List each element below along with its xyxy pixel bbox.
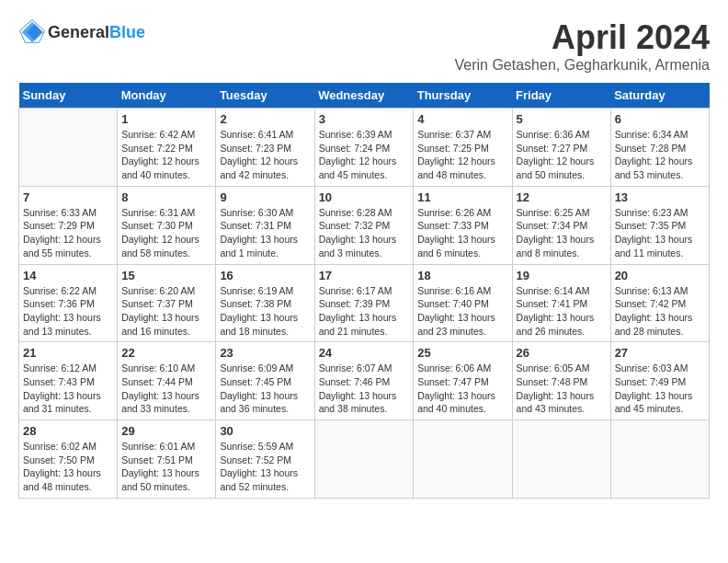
day-info: Sunrise: 6:22 AMSunset: 7:36 PMDaylight:… xyxy=(23,284,113,339)
calendar-day-cell: 29 Sunrise: 6:01 AMSunset: 7:51 PMDaylig… xyxy=(118,420,216,499)
day-info: Sunrise: 6:12 AMSunset: 7:43 PMDaylight:… xyxy=(23,362,113,416)
logo-blue: Blue xyxy=(109,23,145,41)
calendar-day-cell: 23 Sunrise: 6:09 AMSunset: 7:45 PMDaylig… xyxy=(216,342,314,420)
day-info: Sunrise: 6:20 AMSunset: 7:37 PMDaylight:… xyxy=(121,284,211,339)
calendar-day-cell: 1 Sunrise: 6:42 AMSunset: 7:22 PMDayligh… xyxy=(118,109,216,187)
calendar-day-cell: 8 Sunrise: 6:31 AMSunset: 7:30 PMDayligh… xyxy=(118,186,216,264)
day-info: Sunrise: 6:41 AMSunset: 7:23 PMDaylight:… xyxy=(220,128,310,182)
weekday-header: Thursday xyxy=(414,83,512,109)
calendar-day-cell: 2 Sunrise: 6:41 AMSunset: 7:23 PMDayligh… xyxy=(216,109,314,187)
day-number: 7 xyxy=(23,190,113,204)
day-number: 12 xyxy=(517,190,607,204)
day-number: 29 xyxy=(121,424,211,438)
calendar-day-cell: 14 Sunrise: 6:22 AMSunset: 7:36 PMDaylig… xyxy=(19,264,118,342)
calendar-day-cell: 26 Sunrise: 6:05 AMSunset: 7:48 PMDaylig… xyxy=(512,342,610,420)
day-number: 17 xyxy=(319,269,410,282)
calendar-day-cell: 6 Sunrise: 6:34 AMSunset: 7:28 PMDayligh… xyxy=(610,109,709,187)
calendar-day-cell xyxy=(512,420,610,499)
calendar-day-cell xyxy=(610,420,709,499)
day-info: Sunrise: 6:39 AMSunset: 7:24 PMDaylight:… xyxy=(319,128,410,182)
day-info: Sunrise: 6:07 AMSunset: 7:46 PMDaylight:… xyxy=(319,362,410,416)
weekday-header: Sunday xyxy=(19,83,118,109)
day-number: 1 xyxy=(121,112,211,126)
day-info: Sunrise: 6:10 AMSunset: 7:44 PMDaylight:… xyxy=(121,362,211,416)
calendar-table: SundayMondayTuesdayWednesdayThursdayFrid… xyxy=(18,83,710,499)
day-info: Sunrise: 6:02 AMSunset: 7:50 PMDaylight:… xyxy=(23,440,113,494)
calendar-day-cell xyxy=(414,420,512,499)
logo-text: GeneralBlue xyxy=(48,23,145,42)
day-info: Sunrise: 6:13 AMSunset: 7:42 PMDaylight:… xyxy=(615,284,705,339)
calendar-day-cell: 22 Sunrise: 6:10 AMSunset: 7:44 PMDaylig… xyxy=(118,342,216,420)
day-info: Sunrise: 6:19 AMSunset: 7:38 PMDaylight:… xyxy=(220,284,310,339)
day-number: 22 xyxy=(121,346,211,360)
calendar-day-cell: 28 Sunrise: 6:02 AMSunset: 7:50 PMDaylig… xyxy=(19,420,118,499)
calendar-day-cell: 4 Sunrise: 6:37 AMSunset: 7:25 PMDayligh… xyxy=(414,109,512,187)
day-number: 3 xyxy=(319,112,410,126)
day-info: Sunrise: 6:36 AMSunset: 7:27 PMDaylight:… xyxy=(517,128,607,182)
calendar-day-cell: 21 Sunrise: 6:12 AMSunset: 7:43 PMDaylig… xyxy=(19,342,118,420)
day-info: Sunrise: 6:33 AMSunset: 7:29 PMDaylight:… xyxy=(23,206,113,260)
day-number: 11 xyxy=(417,190,507,204)
page-header: GeneralBlue April 2024 Verin Getashen, G… xyxy=(18,18,710,74)
day-number: 30 xyxy=(220,424,310,438)
title-section: April 2024 Verin Getashen, Gegharkunik, … xyxy=(455,18,711,74)
day-info: Sunrise: 6:14 AMSunset: 7:41 PMDaylight:… xyxy=(517,284,607,339)
day-info: Sunrise: 6:26 AMSunset: 7:33 PMDaylight:… xyxy=(417,206,507,260)
day-number: 28 xyxy=(23,424,113,438)
calendar-day-cell xyxy=(19,109,118,187)
weekday-header: Friday xyxy=(512,83,610,109)
calendar-week-row: 7 Sunrise: 6:33 AMSunset: 7:29 PMDayligh… xyxy=(19,186,710,264)
day-info: Sunrise: 6:06 AMSunset: 7:47 PMDaylight:… xyxy=(417,362,507,416)
calendar-day-cell: 30 Sunrise: 5:59 AMSunset: 7:52 PMDaylig… xyxy=(216,420,314,499)
calendar-week-row: 21 Sunrise: 6:12 AMSunset: 7:43 PMDaylig… xyxy=(19,342,710,420)
day-info: Sunrise: 6:37 AMSunset: 7:25 PMDaylight:… xyxy=(417,128,507,182)
day-info: Sunrise: 6:01 AMSunset: 7:51 PMDaylight:… xyxy=(121,440,211,494)
calendar-day-cell: 15 Sunrise: 6:20 AMSunset: 7:37 PMDaylig… xyxy=(118,264,216,342)
day-info: Sunrise: 6:25 AMSunset: 7:34 PMDaylight:… xyxy=(517,206,607,260)
calendar-day-cell: 9 Sunrise: 6:30 AMSunset: 7:31 PMDayligh… xyxy=(216,186,314,264)
location-title: Verin Getashen, Gegharkunik, Armenia xyxy=(455,57,711,74)
day-number: 27 xyxy=(615,346,705,360)
day-number: 24 xyxy=(319,346,410,360)
day-number: 21 xyxy=(23,346,113,360)
weekday-header: Wednesday xyxy=(314,83,414,109)
calendar-day-cell: 25 Sunrise: 6:06 AMSunset: 7:47 PMDaylig… xyxy=(414,342,512,420)
day-info: Sunrise: 6:34 AMSunset: 7:28 PMDaylight:… xyxy=(615,128,705,182)
day-number: 6 xyxy=(615,112,705,126)
day-number: 19 xyxy=(517,269,607,282)
calendar-day-cell: 19 Sunrise: 6:14 AMSunset: 7:41 PMDaylig… xyxy=(512,264,610,342)
logo: GeneralBlue xyxy=(18,18,145,46)
day-number: 9 xyxy=(220,190,310,204)
day-number: 5 xyxy=(517,112,607,126)
calendar-week-row: 14 Sunrise: 6:22 AMSunset: 7:36 PMDaylig… xyxy=(19,264,710,342)
calendar-week-row: 1 Sunrise: 6:42 AMSunset: 7:22 PMDayligh… xyxy=(19,109,710,187)
logo-icon xyxy=(18,18,46,46)
day-info: Sunrise: 6:31 AMSunset: 7:30 PMDaylight:… xyxy=(121,206,211,260)
day-info: Sunrise: 6:42 AMSunset: 7:22 PMDaylight:… xyxy=(121,128,211,182)
calendar-day-cell: 18 Sunrise: 6:16 AMSunset: 7:40 PMDaylig… xyxy=(414,264,512,342)
month-title: April 2024 xyxy=(455,18,711,57)
day-number: 23 xyxy=(220,346,310,360)
day-number: 20 xyxy=(615,269,705,282)
day-number: 10 xyxy=(319,190,410,204)
day-info: Sunrise: 6:23 AMSunset: 7:35 PMDaylight:… xyxy=(615,206,705,260)
day-info: Sunrise: 6:28 AMSunset: 7:32 PMDaylight:… xyxy=(319,206,410,260)
logo-general: General xyxy=(48,23,109,41)
calendar-day-cell: 24 Sunrise: 6:07 AMSunset: 7:46 PMDaylig… xyxy=(314,342,414,420)
day-info: Sunrise: 6:30 AMSunset: 7:31 PMDaylight:… xyxy=(220,206,310,260)
calendar-day-cell: 3 Sunrise: 6:39 AMSunset: 7:24 PMDayligh… xyxy=(314,109,414,187)
day-number: 4 xyxy=(417,112,507,126)
day-info: Sunrise: 6:16 AMSunset: 7:40 PMDaylight:… xyxy=(417,284,507,339)
day-info: Sunrise: 6:17 AMSunset: 7:39 PMDaylight:… xyxy=(319,284,410,339)
calendar-day-cell xyxy=(314,420,414,499)
calendar-day-cell: 10 Sunrise: 6:28 AMSunset: 7:32 PMDaylig… xyxy=(314,186,414,264)
day-number: 2 xyxy=(220,112,310,126)
day-number: 13 xyxy=(615,190,705,204)
calendar-day-cell: 11 Sunrise: 6:26 AMSunset: 7:33 PMDaylig… xyxy=(414,186,512,264)
day-number: 8 xyxy=(121,190,211,204)
day-number: 25 xyxy=(417,346,507,360)
day-number: 14 xyxy=(23,269,113,282)
day-number: 15 xyxy=(121,269,211,282)
calendar-day-cell: 13 Sunrise: 6:23 AMSunset: 7:35 PMDaylig… xyxy=(610,186,709,264)
weekday-header: Saturday xyxy=(610,83,709,109)
